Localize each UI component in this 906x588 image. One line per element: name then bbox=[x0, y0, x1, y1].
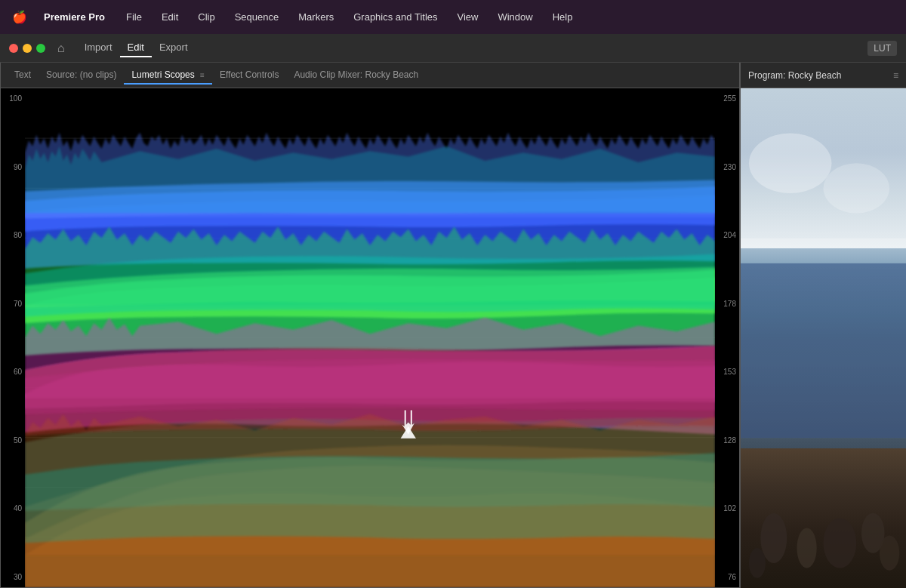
menu-help[interactable]: Help bbox=[550, 10, 576, 24]
program-monitor-menu-icon[interactable]: ≡ bbox=[893, 70, 898, 81]
menu-view[interactable]: View bbox=[455, 10, 482, 24]
y-axis-right: 255 230 204 178 153 128 102 76 bbox=[715, 88, 739, 587]
main-layout: Text Source: (no clips) Lumetri Scopes ≡… bbox=[0, 63, 906, 588]
right-panel: Program: Rocky Beach ≡ bbox=[740, 63, 906, 588]
menu-clip[interactable]: Clip bbox=[195, 10, 217, 24]
tab-audio-clip-mixer[interactable]: Audio Clip Mixer: Rocky Beach bbox=[286, 66, 426, 85]
program-monitor bbox=[741, 88, 906, 588]
y-label-70: 70 bbox=[4, 300, 22, 308]
nav-import[interactable]: Import bbox=[77, 38, 120, 57]
tab-source[interactable]: Source: (no clips) bbox=[39, 66, 124, 85]
y-label-178: 178 bbox=[718, 300, 736, 308]
tab-effect-controls[interactable]: Effect Controls bbox=[212, 66, 286, 85]
menu-window[interactable]: Window bbox=[495, 10, 535, 24]
svg-point-12 bbox=[749, 134, 831, 193]
maximize-button[interactable] bbox=[36, 44, 45, 53]
titlebar: 🍎 Premiere Pro File Edit Clip Sequence M… bbox=[0, 0, 906, 34]
apple-logo-icon[interactable]: 🍎 bbox=[12, 10, 27, 24]
close-button[interactable] bbox=[9, 44, 18, 53]
menu-markers[interactable]: Markers bbox=[295, 10, 337, 24]
y-label-153: 153 bbox=[718, 368, 736, 376]
nav-edit[interactable]: Edit bbox=[120, 38, 152, 57]
program-monitor-title: Program: Rocky Beach bbox=[748, 70, 841, 81]
y-label-90: 90 bbox=[4, 163, 22, 171]
svg-point-13 bbox=[824, 163, 890, 213]
y-label-204: 204 bbox=[718, 231, 736, 239]
panel-tabs: Text Source: (no clips) Lumetri Scopes ≡… bbox=[1, 63, 739, 88]
tab-lumetri-scopes[interactable]: Lumetri Scopes ≡ bbox=[124, 66, 212, 85]
scope-container: 100 90 80 70 60 50 40 30 255 230 204 178… bbox=[1, 88, 739, 587]
right-panel-header: Program: Rocky Beach ≡ bbox=[741, 63, 906, 88]
beach-preview bbox=[741, 88, 906, 588]
svg-point-20 bbox=[880, 535, 899, 570]
y-axis-left: 100 90 80 70 60 50 40 30 bbox=[1, 88, 25, 587]
app-name: Premiere Pro bbox=[44, 11, 105, 23]
y-label-50: 50 bbox=[4, 436, 22, 445]
y-label-60: 60 bbox=[4, 368, 22, 376]
svg-point-17 bbox=[824, 518, 857, 568]
lut-button[interactable]: LUT bbox=[867, 41, 897, 56]
toolbar-nav: Import Edit Export bbox=[77, 38, 196, 57]
svg-point-15 bbox=[760, 513, 787, 563]
y-label-100: 100 bbox=[4, 94, 22, 103]
traffic-lights bbox=[9, 44, 45, 53]
beach-scene-svg bbox=[741, 88, 906, 588]
tab-text[interactable]: Text bbox=[7, 66, 39, 85]
y-label-255: 255 bbox=[718, 94, 736, 103]
menu-graphics-titles[interactable]: Graphics and Titles bbox=[350, 10, 440, 24]
menu-file[interactable]: File bbox=[123, 10, 145, 24]
y-label-40: 40 bbox=[4, 504, 22, 513]
y-label-230: 230 bbox=[718, 163, 736, 171]
nav-export[interactable]: Export bbox=[152, 38, 196, 57]
y-label-80: 80 bbox=[4, 231, 22, 239]
left-panel: Text Source: (no clips) Lumetri Scopes ≡… bbox=[0, 63, 740, 588]
svg-point-19 bbox=[749, 548, 766, 578]
y-label-76: 76 bbox=[718, 573, 736, 581]
minimize-button[interactable] bbox=[23, 44, 32, 53]
home-icon[interactable]: ⌂ bbox=[57, 42, 65, 55]
scope-visual bbox=[25, 88, 715, 587]
svg-rect-11 bbox=[741, 239, 906, 248]
y-label-128: 128 bbox=[718, 436, 736, 445]
menu-edit[interactable]: Edit bbox=[159, 10, 181, 24]
y-label-30: 30 bbox=[4, 573, 22, 581]
scope-waveform-svg bbox=[25, 88, 715, 587]
menu-sequence[interactable]: Sequence bbox=[232, 10, 282, 24]
lumetri-menu-icon[interactable]: ≡ bbox=[200, 71, 205, 79]
y-label-102: 102 bbox=[718, 504, 736, 513]
svg-point-16 bbox=[797, 528, 816, 568]
toolbar: ⌂ Import Edit Export LUT bbox=[0, 34, 906, 63]
svg-rect-14 bbox=[741, 263, 906, 439]
